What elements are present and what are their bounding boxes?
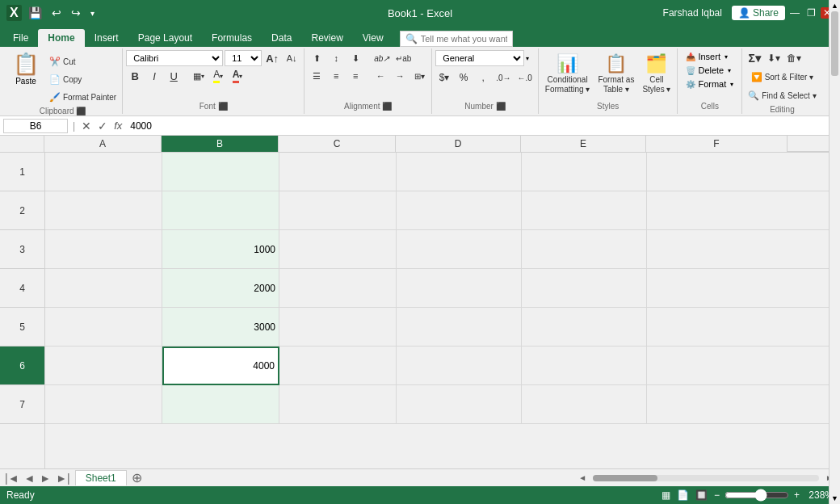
font-size-select[interactable]: 11 xyxy=(225,50,262,66)
cell-c3[interactable] xyxy=(279,230,397,269)
cancel-icon[interactable]: ✕ xyxy=(80,120,93,132)
zoom-out-icon[interactable]: − xyxy=(712,489,721,501)
cell-d1[interactable] xyxy=(397,153,522,191)
cell-f1[interactable] xyxy=(647,153,840,191)
cell-b5[interactable]: 3000 xyxy=(162,308,279,346)
insert-main[interactable]: 📥 Insert ▾ xyxy=(681,50,738,63)
tab-review[interactable]: Review xyxy=(301,29,352,47)
align-left-button[interactable]: ☰ xyxy=(308,68,326,84)
cell-c7[interactable] xyxy=(279,385,397,424)
page-break-view-icon[interactable]: 🔲 xyxy=(694,489,709,501)
font-color-button[interactable]: A ▾ xyxy=(229,68,246,84)
add-sheet-button[interactable]: ⊕ xyxy=(127,470,147,485)
percent-button[interactable]: % xyxy=(455,69,472,86)
orientation-button[interactable]: ab↗ xyxy=(372,50,392,66)
tab-page-layout[interactable]: Page Layout xyxy=(128,29,202,47)
formula-input[interactable] xyxy=(127,120,837,132)
cell-e4[interactable] xyxy=(522,269,647,308)
cell-c4[interactable] xyxy=(279,269,397,308)
tab-file[interactable]: File xyxy=(3,29,38,47)
copy-button[interactable]: 📄 Copy xyxy=(47,71,119,87)
align-center-button[interactable]: ≡ xyxy=(327,68,345,84)
underline-button[interactable]: U xyxy=(165,68,183,84)
col-header-a[interactable]: A xyxy=(44,136,162,152)
sheet-nav-prev[interactable]: ◄ xyxy=(23,472,37,485)
normal-view-icon[interactable]: ▦ xyxy=(660,489,672,501)
cell-a4[interactable] xyxy=(45,269,162,308)
sheet-nav-first[interactable]: |◄ xyxy=(3,472,21,485)
tell-me-search[interactable]: 🔍 xyxy=(400,31,513,47)
borders-button[interactable]: ▦ ▾ xyxy=(190,68,208,84)
fill-color-button[interactable]: A ▾ xyxy=(209,68,227,84)
row-header-7[interactable]: 7 xyxy=(0,385,44,424)
col-header-d[interactable]: D xyxy=(396,136,521,152)
tab-formulas[interactable]: Formulas xyxy=(202,29,262,47)
insert-button[interactable]: 📥 Insert ▾ xyxy=(681,50,738,63)
number-expand-icon[interactable]: ⬛ xyxy=(496,102,506,111)
cell-d5[interactable] xyxy=(397,308,522,346)
decrease-font-button[interactable]: A↓ xyxy=(283,50,300,66)
cell-e2[interactable] xyxy=(522,191,647,230)
row-header-2[interactable]: 2 xyxy=(0,191,44,230)
cell-c5[interactable] xyxy=(279,308,397,346)
cell-a3[interactable] xyxy=(45,230,162,269)
vertical-scrollbar[interactable]: ▲ ▼ xyxy=(829,153,840,468)
increase-font-button[interactable]: A↑ xyxy=(263,50,281,66)
autosum-button[interactable]: Σ▾ xyxy=(746,50,763,66)
cell-f4[interactable] xyxy=(647,269,840,308)
sheet-tab-sheet1[interactable]: Sheet1 xyxy=(75,470,127,485)
align-bottom-button[interactable]: ⬇ xyxy=(346,50,364,66)
scroll-left-icon[interactable]: ◄ xyxy=(578,473,586,482)
redo-icon[interactable]: ↪ xyxy=(68,5,84,21)
scroll-track[interactable] xyxy=(830,153,840,468)
align-right-button[interactable]: ≡ xyxy=(346,68,364,84)
tab-home[interactable]: Home xyxy=(38,29,84,47)
cell-f6[interactable] xyxy=(647,346,840,385)
cell-e1[interactable] xyxy=(522,153,647,191)
function-icon[interactable]: fx xyxy=(112,120,124,132)
currency-button[interactable]: $▾ xyxy=(435,69,453,86)
cell-a7[interactable] xyxy=(45,385,162,424)
cell-a1[interactable] xyxy=(45,153,162,191)
col-header-e[interactable]: E xyxy=(521,136,646,152)
row-header-3[interactable]: 3 xyxy=(0,230,44,269)
cell-a2[interactable] xyxy=(45,191,162,230)
restore-button[interactable]: ❐ xyxy=(804,7,817,19)
row-header-6[interactable]: 6 xyxy=(0,346,44,385)
increase-indent-button[interactable]: → xyxy=(391,68,409,84)
tab-insert[interactable]: Insert xyxy=(85,29,128,47)
italic-button[interactable]: I xyxy=(145,68,163,84)
cell-d4[interactable] xyxy=(397,269,522,308)
find-select-button[interactable]: 🔍 Find & Select ▾ xyxy=(746,87,818,103)
cell-c1[interactable] xyxy=(279,153,397,191)
save-icon[interactable]: 💾 xyxy=(25,5,45,21)
decrease-decimal-button[interactable]: ←.0 xyxy=(514,69,534,86)
share-button[interactable]: 👤 Share xyxy=(732,6,785,20)
minimize-button[interactable]: — xyxy=(788,7,801,19)
cell-e5[interactable] xyxy=(522,308,647,346)
horizontal-scrollbar-thumb[interactable] xyxy=(593,475,657,481)
cell-e7[interactable] xyxy=(522,385,647,424)
sheet-nav-next[interactable]: ► xyxy=(38,472,52,485)
cell-b2[interactable] xyxy=(162,191,279,230)
format-as-table-button[interactable]: 📋 Format as Table ▾ xyxy=(594,50,637,97)
comma-button[interactable]: , xyxy=(474,69,492,86)
horizontal-scrollbar-track[interactable] xyxy=(593,475,819,481)
cell-c2[interactable] xyxy=(279,191,397,230)
zoom-in-icon[interactable]: + xyxy=(792,489,801,501)
increase-decimal-button[interactable]: .0→ xyxy=(494,69,513,86)
cell-d2[interactable] xyxy=(397,191,522,230)
row-header-1[interactable]: 1 xyxy=(0,153,44,191)
align-middle-button[interactable]: ↕ xyxy=(327,50,345,66)
cell-d7[interactable] xyxy=(397,385,522,424)
format-main[interactable]: ⚙️ Format ▾ xyxy=(681,78,738,90)
font-name-select[interactable]: Calibri xyxy=(126,50,223,66)
customize-qat-icon[interactable]: ▾ xyxy=(87,7,98,19)
cell-a6[interactable] xyxy=(45,346,162,385)
cell-d6[interactable] xyxy=(397,346,522,385)
cell-b4[interactable]: 2000 xyxy=(162,269,279,308)
cell-c6[interactable] xyxy=(279,346,397,385)
cell-a5[interactable] xyxy=(45,308,162,346)
tab-view[interactable]: View xyxy=(353,29,393,47)
confirm-icon[interactable]: ✓ xyxy=(96,120,109,132)
